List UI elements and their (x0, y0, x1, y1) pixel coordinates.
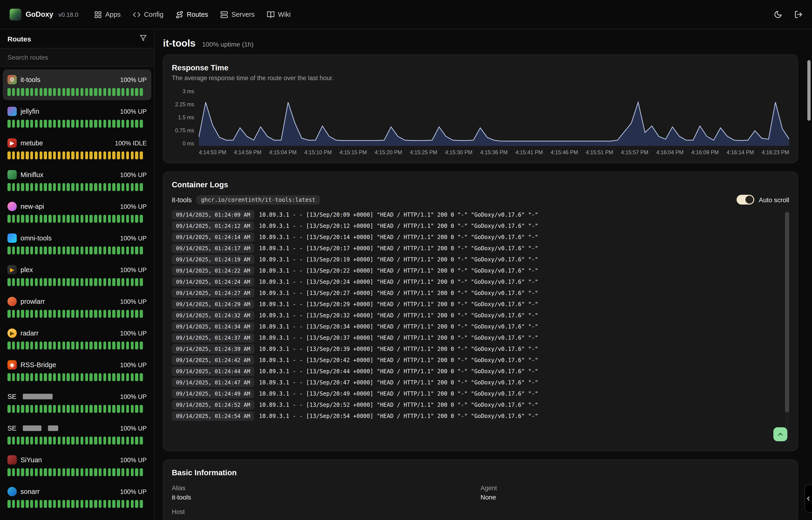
log-timestamp: 09/14/2025, 01:24:22 AM (172, 266, 254, 276)
page-header: it-tools 100% uptime (1h) (155, 29, 812, 54)
y-tick-label: 1.5 ms (178, 115, 194, 120)
uptime-bar (49, 88, 52, 96)
uptime-bar (81, 246, 84, 254)
log-scrollbar-thumb[interactable] (785, 212, 789, 412)
uptime-bar (17, 151, 20, 159)
uptime-bar (81, 341, 84, 349)
x-tick-label: 4:15:25 PM (410, 150, 438, 155)
uptime-bar (117, 437, 120, 444)
scroll-to-bottom-button[interactable] (773, 427, 787, 441)
route-item[interactable]: ▶radarr100% UP (3, 323, 151, 354)
route-item[interactable]: ▶plex100% UP (3, 260, 151, 290)
uptime-bar (21, 120, 24, 128)
uptime-bar (108, 88, 111, 96)
route-item[interactable]: new-api100% UP (3, 196, 151, 227)
prowlarr-icon (7, 297, 17, 306)
uptime-bar (12, 500, 15, 508)
uptime-bar (135, 246, 138, 254)
uptime-bar (39, 341, 43, 349)
uptime-bar (7, 468, 10, 476)
filter-button[interactable] (140, 34, 147, 43)
uptime-bar (103, 88, 106, 96)
uptime-bar (135, 310, 138, 318)
uptime-bar (49, 183, 52, 191)
toggle-knob (745, 196, 753, 204)
nav-wiki[interactable]: Wiki (267, 10, 291, 19)
uptime-bar (108, 437, 111, 444)
route-item[interactable]: sonarr100% UP (3, 481, 151, 512)
nav-config[interactable]: Config (133, 10, 163, 19)
route-item-row: jellyfin100% UP (7, 106, 147, 117)
uptime-bars (7, 151, 147, 159)
route-name: RSS-Bridge (21, 361, 56, 369)
uptime-bar (140, 120, 143, 128)
route-item[interactable]: jellyfin100% UP (3, 101, 151, 132)
route-item[interactable]: prowlarr100% UP (3, 291, 151, 322)
log-timestamp: 09/14/2025, 01:24:19 AM (172, 255, 254, 264)
uptime-bar (99, 373, 102, 381)
uptime-bar (76, 278, 79, 286)
route-item-row: Miniflux100% UP (7, 169, 147, 180)
uptime-bar (12, 437, 15, 444)
y-tick-label: 3 ms (183, 89, 194, 94)
uptime-bar (117, 88, 120, 96)
route-item[interactable]: SE100% UP (3, 386, 151, 417)
collapse-panel-tab[interactable] (805, 485, 812, 513)
uptime-bar (140, 246, 143, 254)
uptime-bar (121, 405, 124, 413)
route-name: it-tools (21, 76, 40, 83)
uptime-bars (7, 88, 147, 96)
uptime-bar (39, 120, 43, 128)
route-item[interactable]: SE100% UP (3, 418, 151, 449)
uptime-bar (53, 500, 56, 508)
route-item[interactable]: ▶metube100% IDLE (3, 133, 151, 163)
uptime-bar (94, 310, 97, 318)
route-item[interactable]: ◉RSS-Bridge100% UP (3, 355, 151, 385)
log-message: 10.89.3.1 - - [13/Sep/20:47 +0000] "HEAD… (259, 379, 538, 386)
route-item-row: ▶radarr100% UP (7, 328, 147, 339)
uptime-bar (53, 88, 56, 96)
uptime-bar (53, 310, 56, 318)
uptime-bar (49, 278, 52, 286)
route-item[interactable]: ⚙it-tools100% UP (3, 70, 151, 100)
chart-area-fill (199, 102, 789, 146)
log-row: 09/14/2025, 01:24:19 AM10.89.3.1 - - [13… (172, 255, 789, 264)
brand[interactable]: GoDoxy v0.18.0 (9, 8, 78, 21)
uptime-bar (7, 120, 10, 128)
x-tick-label: 4:15:10 PM (304, 150, 332, 155)
uptime-bar (39, 437, 43, 444)
uptime-bar (81, 183, 84, 191)
uptime-bar (35, 88, 38, 96)
page-scrollbar-thumb[interactable] (807, 60, 811, 121)
logout-button[interactable] (794, 10, 803, 19)
search-input[interactable] (0, 48, 154, 67)
uptime-bar (99, 88, 102, 96)
nav-servers[interactable]: Servers (220, 10, 255, 19)
uptime-bar (30, 405, 33, 413)
uptime-bar (58, 500, 61, 508)
auto-scroll-toggle[interactable] (736, 195, 754, 205)
route-item[interactable]: Miniflux100% UP (3, 164, 151, 195)
log-row: 09/14/2025, 01:24:12 AM10.89.3.1 - - [13… (172, 221, 789, 231)
uptime-bar (44, 310, 47, 318)
uptime-bar (17, 500, 20, 508)
uptime-bar (131, 437, 134, 444)
uptime-bar (126, 341, 129, 349)
uptime-bar (103, 341, 106, 349)
route-item-row: SiYuan100% UP (7, 454, 147, 466)
theme-toggle-button[interactable] (774, 10, 782, 19)
log-message: 10.89.3.1 - - [13/Sep/20:24 +0000] "HEAD… (259, 279, 538, 285)
uptime-bar (126, 500, 129, 508)
nav-apps[interactable]: Apps (94, 10, 120, 19)
nav-routes[interactable]: Routes (175, 10, 208, 19)
uptime-bar (71, 183, 74, 191)
main-nav: Apps Config Routes Servers Wiki (94, 10, 291, 19)
plex-icon: ▶ (7, 265, 17, 275)
uptime-bar (17, 278, 20, 286)
route-item[interactable]: SiYuan100% UP (3, 450, 151, 480)
uptime-bar (99, 215, 102, 223)
log-scrollbar[interactable] (785, 210, 789, 443)
response-time-card: Response Time The average response time … (163, 54, 798, 163)
route-item[interactable]: omni-tools100% UP (3, 228, 151, 259)
uptime-bar (85, 151, 88, 159)
